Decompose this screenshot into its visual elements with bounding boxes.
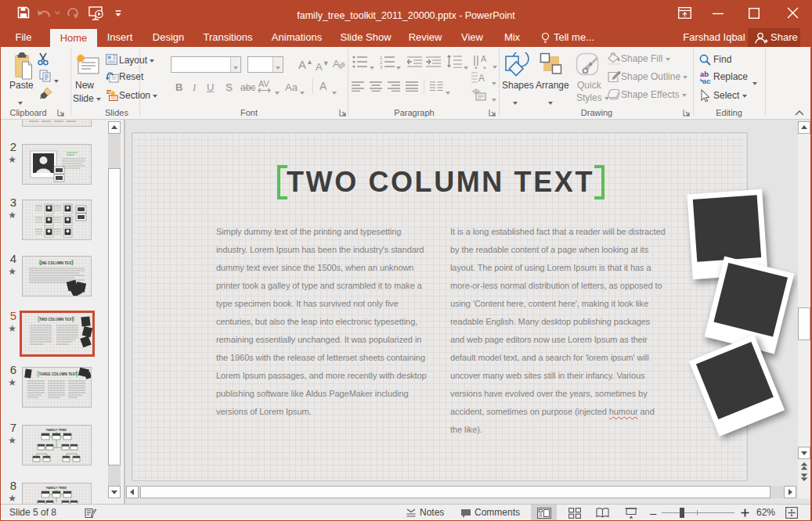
svg-text:FAMILY TREE: FAMILY TREE	[46, 486, 67, 490]
svg-text:A: A	[333, 58, 340, 70]
svg-text:3: 3	[380, 65, 383, 70]
svg-text:A: A	[481, 55, 487, 63]
svg-text:FAMILY TREE: FAMILY TREE	[46, 428, 67, 432]
svg-text:TWO COLUMN TEXT: TWO COLUMN TEXT	[39, 318, 74, 322]
svg-text:ac: ac	[702, 77, 711, 84]
svg-text:ONE COLUMN TEXT: ONE COLUMN TEXT	[39, 261, 74, 265]
svg-text:A: A	[478, 73, 485, 84]
svg-text:THREE COLUMN TEXT: THREE COLUMN TEXT	[39, 372, 78, 376]
